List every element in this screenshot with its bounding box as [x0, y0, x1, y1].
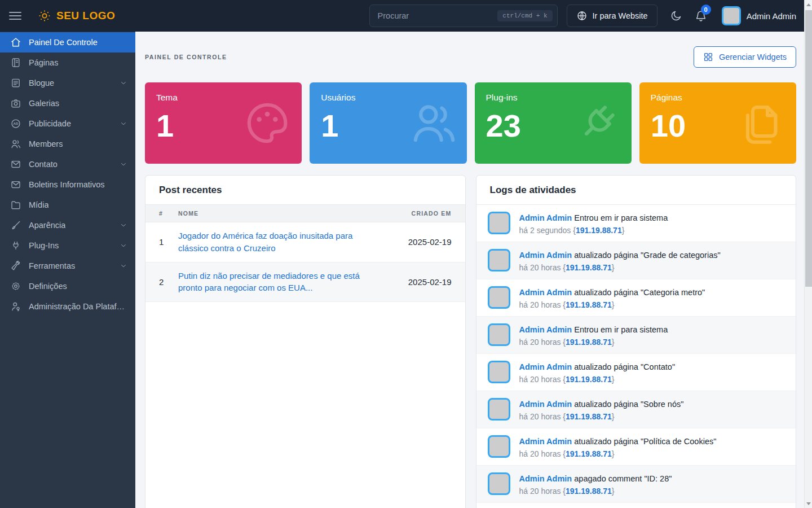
- log-user-link[interactable]: Admin Admin: [519, 288, 572, 297]
- notifications-button[interactable]: 0: [695, 10, 707, 22]
- activity-log-item: Admin Admin apagado comment "ID: 27" há …: [476, 503, 796, 508]
- log-action-text: Admin Admin atualizado página "Contato": [519, 361, 676, 373]
- sidebar-item-ferramentas[interactable]: Ferramentas: [0, 256, 135, 276]
- sidebar-item-administracao-da-plataforma[interactable]: Administração Da Platafo...: [0, 296, 135, 317]
- sidebar-item-aparencia[interactable]: Aparência: [0, 215, 135, 235]
- activity-log-item: Admin Admin atualizado página "Sobre nós…: [476, 391, 796, 428]
- log-user-link[interactable]: Admin Admin: [519, 213, 572, 222]
- log-ip-link[interactable]: 191.19.88.71: [566, 300, 612, 309]
- scrollbar-up-arrow-icon[interactable]: [805, 0, 812, 9]
- scrollbar-thumb[interactable]: [805, 10, 812, 287]
- stat-card-plug-ins[interactable]: Plug-ins 23: [475, 82, 632, 164]
- brand-logo[interactable]: SEU LOGO: [37, 8, 115, 23]
- users-group-icon: [408, 99, 457, 147]
- search-input[interactable]: [378, 11, 493, 20]
- activity-logs-panel: Logs de atividades Admin Admin Entrou em…: [476, 175, 797, 508]
- posts-col-created: CRIADO EM: [390, 210, 452, 217]
- activity-log-item: Admin Admin Entrou em ir para sistema há…: [476, 205, 796, 242]
- widgets-icon: [703, 52, 713, 62]
- sidebar-item-boletins-informativos[interactable]: Boletins Informativos: [0, 174, 135, 195]
- stat-card-usuarios[interactable]: Usuários 1: [310, 82, 466, 164]
- stat-card-paginas[interactable]: Páginas 10: [639, 82, 796, 164]
- breadcrumb: PAINEL DE CONTROLE: [145, 54, 227, 60]
- log-user-link[interactable]: Admin Admin: [519, 325, 572, 334]
- sidebar-item-midia[interactable]: Mídia: [0, 195, 135, 215]
- sidebar-item-label: Definições: [29, 282, 67, 291]
- log-action-text: Admin Admin atualizado página "Categoria…: [519, 287, 705, 299]
- log-user-link[interactable]: Admin Admin: [519, 362, 572, 371]
- log-user-link[interactable]: Admin Admin: [519, 400, 572, 409]
- search-box[interactable]: ctrl/cmd + k: [369, 5, 558, 27]
- svg-text:AD: AD: [14, 121, 19, 125]
- log-user-avatar[interactable]: [488, 286, 510, 309]
- sidebar-nav: Painel De Controle Páginas Blogue Galeri…: [0, 32, 135, 508]
- sidebar-item-label: Mídia: [29, 200, 48, 209]
- user-key-icon: [10, 301, 21, 312]
- sidebar-item-plug-ins[interactable]: Plug-Ins: [0, 235, 135, 256]
- dark-mode-toggle[interactable]: [670, 10, 682, 22]
- stat-card-tema[interactable]: Tema 1: [145, 82, 302, 164]
- post-row: 1 Jogador do América faz doação inusitad…: [145, 222, 465, 262]
- sidebar-item-contato[interactable]: Contato: [0, 154, 135, 174]
- log-user-avatar[interactable]: [488, 435, 510, 458]
- log-user-avatar[interactable]: [488, 472, 510, 495]
- log-user-avatar[interactable]: [488, 398, 510, 421]
- log-ip-link[interactable]: 191.19.88.71: [566, 412, 612, 421]
- manage-widgets-label: Gerenciar Widgets: [719, 52, 787, 62]
- sidebar-item-paginas[interactable]: Páginas: [0, 52, 135, 73]
- log-ip-link[interactable]: 191.19.88.71: [566, 449, 612, 458]
- sidebar-item-label: Plug-Ins: [29, 241, 59, 250]
- log-user-link[interactable]: Admin Admin: [519, 437, 572, 446]
- sidebar-item-blogue[interactable]: Blogue: [0, 73, 135, 93]
- log-user-link[interactable]: Admin Admin: [519, 474, 572, 483]
- notifications-badge: 0: [701, 5, 711, 15]
- page-scrollbar[interactable]: [804, 0, 812, 508]
- posts-table-body: 1 Jogador do América faz doação inusitad…: [145, 222, 465, 302]
- go-to-website-button[interactable]: Ir para Website: [567, 5, 657, 27]
- user-avatar[interactable]: [722, 6, 741, 25]
- log-user-avatar[interactable]: [488, 323, 510, 346]
- log-ip-link[interactable]: 191.19.88.71: [566, 487, 612, 496]
- sidebar-item-painel-de-controle[interactable]: Painel De Controle: [0, 32, 135, 52]
- ads-icon: AD: [10, 118, 21, 129]
- blog-icon: [10, 77, 21, 89]
- wrench-icon: [10, 260, 21, 271]
- log-meta: há 20 horas {191.19.88.71}: [519, 263, 721, 272]
- log-ip-link[interactable]: 191.19.88.71: [576, 226, 622, 235]
- manage-widgets-button[interactable]: Gerenciar Widgets: [694, 46, 796, 68]
- log-user-link[interactable]: Admin Admin: [519, 251, 572, 260]
- sidebar-item-label: Galerias: [29, 99, 59, 108]
- posts-col-name: NOME: [178, 210, 390, 217]
- log-ip-link[interactable]: 191.19.88.71: [566, 375, 612, 384]
- log-ip-link[interactable]: 191.19.88.71: [566, 263, 612, 272]
- sidebar-item-label: Blogue: [29, 78, 54, 87]
- admin-app: SEU LOGO ctrl/cmd + k Ir para Website 0 …: [0, 0, 804, 508]
- log-action-text: Admin Admin Entrou em ir para sistema: [519, 212, 668, 224]
- sidebar-item-members[interactable]: Members: [0, 134, 135, 154]
- log-user-avatar[interactable]: [488, 361, 510, 383]
- main-content: PAINEL DE CONTROLE Gerenciar Widgets Tem…: [135, 32, 804, 508]
- folder-icon: [10, 199, 21, 211]
- log-user-avatar[interactable]: [488, 249, 510, 271]
- activity-logs-title: Logs de atividades: [476, 176, 796, 204]
- post-link[interactable]: Jogador do América faz doação inusitada …: [178, 230, 390, 255]
- sun-logo-icon: [37, 8, 52, 23]
- log-meta: há 20 horas {191.19.88.71}: [519, 375, 676, 384]
- post-link[interactable]: Putin diz não precisar de mediadores e q…: [178, 270, 390, 295]
- recent-posts-panel: Post recentes # NOME CRIADO EM 1 Jogador…: [145, 175, 466, 508]
- log-user-avatar[interactable]: [488, 212, 510, 234]
- activity-log-item: Admin Admin atualizado página "Contato" …: [476, 354, 796, 391]
- log-meta: há 20 horas {191.19.88.71}: [519, 449, 717, 458]
- users-icon: [10, 138, 21, 150]
- logo-text: SEU LOGO: [56, 10, 115, 22]
- sidebar-item-galerias[interactable]: Galerias: [0, 93, 135, 113]
- user-name: Admin Admin: [747, 11, 796, 21]
- chevron-down-icon: [120, 160, 127, 168]
- sidebar-item-label: Boletins Informativos: [29, 180, 105, 189]
- log-ip-link[interactable]: 191.19.88.71: [566, 338, 612, 347]
- menu-toggle-icon[interactable]: [9, 12, 21, 20]
- sidebar-item-publicidade[interactable]: AD Publicidade: [0, 113, 135, 134]
- scrollbar-down-arrow-icon[interactable]: [805, 499, 812, 508]
- sidebar-item-definicoes[interactable]: Definições: [0, 276, 135, 296]
- posts-col-number: #: [159, 210, 178, 217]
